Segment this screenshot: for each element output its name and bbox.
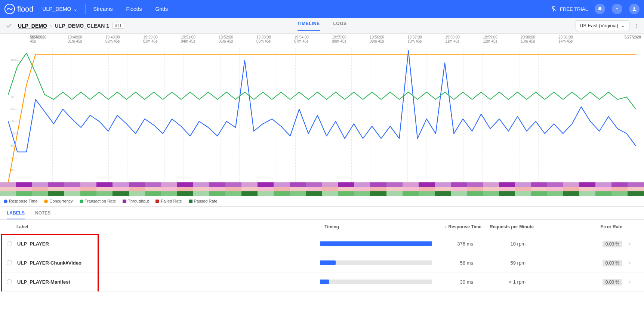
throughput-bar (0, 182, 644, 187)
passed-bar (0, 191, 644, 196)
row-rpm: < 1 rpm (473, 279, 526, 285)
time-tick: 20:01:0014m 45s (558, 35, 596, 43)
legend-item[interactable]: Failed Rate (155, 199, 182, 203)
chevron-right-icon[interactable]: › (622, 240, 637, 247)
row-error-rate: 0.00 % (585, 241, 622, 247)
brand-logo[interactable]: flood (4, 4, 33, 14)
tab-notes[interactable]: NOTES (35, 210, 50, 219)
header-timing[interactable]: ↓ Timing (321, 224, 440, 229)
labels-table: Label ↓ Timing ↓ Response Time Requests … (0, 220, 644, 291)
sort-desc-icon: ↓ (321, 224, 323, 229)
row-response-time: 30 ms (432, 279, 473, 285)
notifications-icon[interactable] (595, 4, 605, 14)
axis-end-date: 5/27/2020 (619, 35, 641, 39)
header-rpm[interactable]: Requests per Minute (481, 224, 534, 229)
header-label[interactable]: Label (7, 224, 321, 229)
time-tick: 19:48:0001m 45s (68, 35, 105, 43)
nav-separator (85, 4, 86, 14)
timeline-chart[interactable]: 10—20—30—40—50—60—70—100— (0, 48, 644, 182)
time-tick: 19:50:0003m 45s (143, 35, 181, 43)
chevron-down-icon: ⌄ (621, 23, 625, 28)
brand-icon (4, 4, 15, 14)
nav-links: Streams Floods Grids (93, 6, 168, 12)
row-label: ULP_PLAYER-Chunk#Video (17, 260, 320, 266)
time-tick: 19:52:0005m 45s (219, 35, 256, 43)
legend-item[interactable]: Throughput (123, 199, 149, 203)
subheader: ULP_DEMO › ULP_DEMO_CLEAN 1 #11 TIMELINE… (0, 18, 644, 34)
chart-area: 5/27/2020 5/27/2020 19:47:0045s19:48:000… (0, 34, 644, 207)
chevron-right-icon[interactable]: › (622, 278, 637, 285)
row-radio[interactable] (7, 241, 12, 246)
run-badge: #11 (112, 23, 124, 29)
time-tick: 19:54:0007m 45s (294, 35, 332, 43)
time-tick: 19:55:0008m 45s (332, 35, 369, 43)
legend-item[interactable]: Response Time (4, 199, 37, 203)
row-rpm: 10 rpm (473, 241, 526, 247)
breadcrumb: ULP_DEMO › ULP_DEMO_CLEAN 1 #11 (18, 23, 124, 29)
account-icon[interactable] (629, 4, 640, 14)
more-menu-icon[interactable]: ⋮ (634, 23, 639, 28)
table-row[interactable]: ULP_PLAYER-Manifest30 ms< 1 rpm0.00 %› (0, 272, 644, 291)
failed-passed-bar (0, 187, 644, 191)
project-name: ULP_DEMO (42, 6, 71, 12)
breadcrumb-current: ULP_DEMO_CLEAN 1 (55, 23, 109, 29)
row-error-rate: 0.00 % (585, 260, 622, 266)
help-icon[interactable]: ? (612, 4, 622, 14)
check-icon (5, 22, 13, 30)
legend-item[interactable]: Passed Rate (189, 199, 218, 203)
timing-bar (320, 241, 432, 246)
header-error-rate[interactable]: Error Rate (585, 224, 622, 229)
row-label: ULP_PLAYER (17, 241, 320, 247)
timing-bar (320, 260, 432, 265)
time-tick: 19:47:0045s (30, 35, 67, 43)
legend-item[interactable]: Concurrency (44, 199, 73, 203)
nav-floods[interactable]: Floods (126, 6, 142, 12)
free-trial-button[interactable]: FREE TRIAL (551, 6, 588, 12)
region-value: US East (Virginia) (580, 23, 618, 28)
nav-grids[interactable]: Grids (155, 6, 168, 12)
table-row[interactable]: ULP_PLAYER376 ms10 rpm0.00 %› (0, 234, 644, 253)
row-label: ULP_PLAYER-Manifest (17, 279, 320, 285)
row-radio[interactable] (7, 279, 12, 284)
time-tick: 19:59:0012m 45s (483, 35, 520, 43)
tab-logs[interactable]: LOGS (333, 21, 346, 31)
project-dropdown[interactable]: ULP_DEMO ⌄ (42, 6, 78, 12)
chevron-down-icon: ⌄ (73, 6, 78, 12)
row-response-time: 58 ms (432, 260, 473, 266)
metric-bars (0, 182, 644, 196)
time-axis: 5/27/2020 5/27/2020 19:47:0045s19:48:000… (0, 34, 644, 48)
data-tabs: LABELS NOTES (0, 207, 644, 220)
header-response-time[interactable]: ↓ Response Time (440, 224, 481, 229)
svg-point-1 (634, 7, 635, 9)
time-tick: 19:57:0010m 45s (407, 35, 445, 43)
chevron-right-icon[interactable]: › (622, 259, 637, 266)
trial-text: FREE TRIAL (560, 6, 588, 12)
row-rpm: 59 rpm (473, 260, 526, 266)
table-row[interactable]: ULP_PLAYER-Chunk#Video58 ms59 rpm0.00 %› (0, 253, 644, 272)
region-dropdown[interactable]: US East (Virginia) ⌄ (576, 20, 629, 31)
row-error-rate: 0.00 % (585, 279, 622, 285)
time-tick: 19:58:0011m 45s (445, 35, 483, 43)
tab-timeline[interactable]: TIMELINE (297, 21, 320, 31)
sort-desc-icon: ↓ (445, 224, 447, 229)
bolt-off-icon (551, 6, 557, 12)
nav-streams[interactable]: Streams (93, 6, 113, 12)
brand-text: flood (17, 5, 33, 13)
svg-text:?: ? (616, 7, 618, 11)
table-header: Label ↓ Timing ↓ Response Time Requests … (0, 220, 644, 234)
top-nav: flood ULP_DEMO ⌄ Streams Floods Grids FR… (0, 0, 644, 18)
view-tabs: TIMELINE LOGS (297, 21, 346, 31)
breadcrumb-root[interactable]: ULP_DEMO (18, 23, 47, 29)
row-radio[interactable] (7, 260, 12, 265)
breadcrumb-separator: › (50, 23, 52, 29)
time-tick: 20:00:0013m 45s (521, 35, 558, 43)
tab-labels[interactable]: LABELS (7, 210, 25, 219)
time-tick: 19:49:0002m 45s (105, 35, 143, 43)
time-tick: 19:53:0006m 45s (256, 35, 294, 43)
time-tick: 19:51:0004m 45s (181, 35, 218, 43)
time-tick: 19:56:0009m 45s (370, 35, 407, 43)
chart-legend: Response TimeConcurrencyTransaction Rate… (0, 196, 644, 207)
legend-item[interactable]: Transaction Rate (80, 199, 116, 203)
timing-bar (320, 280, 432, 284)
row-response-time: 376 ms (432, 241, 473, 247)
